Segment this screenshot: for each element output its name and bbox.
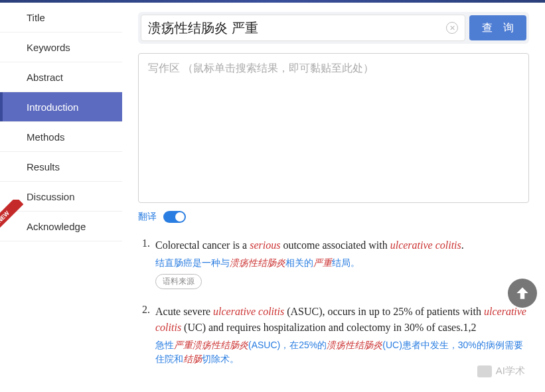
- result-number: 2.: [138, 304, 155, 366]
- translate-label: 翻译: [138, 211, 157, 223]
- result-chinese: 结直肠癌是一种与溃疡性结肠炎相关的严重结局。: [155, 256, 529, 270]
- scroll-top-button[interactable]: [508, 279, 537, 308]
- translate-toggle[interactable]: [163, 211, 186, 223]
- sidebar-item-acknowledge[interactable]: AcknowledgeNEW: [0, 212, 122, 241]
- sidebar-item-label: Results: [27, 161, 60, 172]
- result-english: Acute severe ulcerative colitis (ASUC), …: [155, 304, 529, 336]
- sidebar-item-introduction[interactable]: Introduction: [0, 92, 122, 122]
- main-panel: ✕ 查 询 写作区 （鼠标单击搜索结果，即可黏贴至此处） 翻译 1.Colore…: [122, 3, 545, 392]
- sidebar-item-label: Introduction: [27, 101, 78, 113]
- search-input-wrap: ✕: [141, 15, 465, 41]
- search-bar: ✕ 查 询: [138, 12, 529, 44]
- query-button[interactable]: 查 询: [469, 15, 526, 40]
- write-area[interactable]: 写作区 （鼠标单击搜索结果，即可黏贴至此处）: [138, 53, 529, 203]
- result-english: Colorectal cancer is a serious outcome a…: [155, 237, 529, 253]
- search-input[interactable]: [148, 21, 441, 36]
- sidebar-item-keywords[interactable]: Keywords: [0, 33, 122, 62]
- result-item[interactable]: 2.Acute severe ulcerative colitis (ASUC)…: [138, 304, 529, 366]
- source-button[interactable]: 语料来源: [155, 274, 202, 289]
- sidebar-item-results[interactable]: Results: [0, 152, 122, 182]
- sidebar-item-label: Methods: [27, 131, 65, 143]
- chat-icon: [477, 365, 492, 377]
- sidebar: TitleKeywordsAbstractIntroductionMethods…: [0, 3, 122, 392]
- sidebar-item-title[interactable]: Title: [0, 3, 122, 33]
- sidebar-item-label: Discussion: [27, 191, 75, 202]
- result-item[interactable]: 1.Colorectal cancer is a serious outcome…: [138, 237, 529, 289]
- watermark: AI学术: [477, 365, 525, 377]
- result-chinese: 急性严重溃疡性结肠炎(ASUC)，在25%的溃疡性结肠炎(UC)患者中发生，30…: [155, 338, 529, 366]
- result-body: Colorectal cancer is a serious outcome a…: [155, 237, 529, 289]
- results-list: 1.Colorectal cancer is a serious outcome…: [138, 237, 529, 366]
- result-body: Acute severe ulcerative colitis (ASUC), …: [155, 304, 529, 366]
- sidebar-item-abstract[interactable]: Abstract: [0, 62, 122, 92]
- sidebar-item-label: Acknowledge: [27, 221, 86, 232]
- clear-icon[interactable]: ✕: [446, 22, 458, 34]
- result-number: 1.: [138, 237, 155, 289]
- sidebar-item-label: Keywords: [27, 42, 70, 53]
- sidebar-item-methods[interactable]: Methods: [0, 122, 122, 152]
- sidebar-item-discussion[interactable]: Discussion: [0, 182, 122, 212]
- translate-row: 翻译: [138, 211, 529, 223]
- sidebar-item-label: Title: [27, 12, 45, 23]
- watermark-text: AI学术: [496, 365, 525, 377]
- sidebar-item-label: Abstract: [27, 72, 63, 83]
